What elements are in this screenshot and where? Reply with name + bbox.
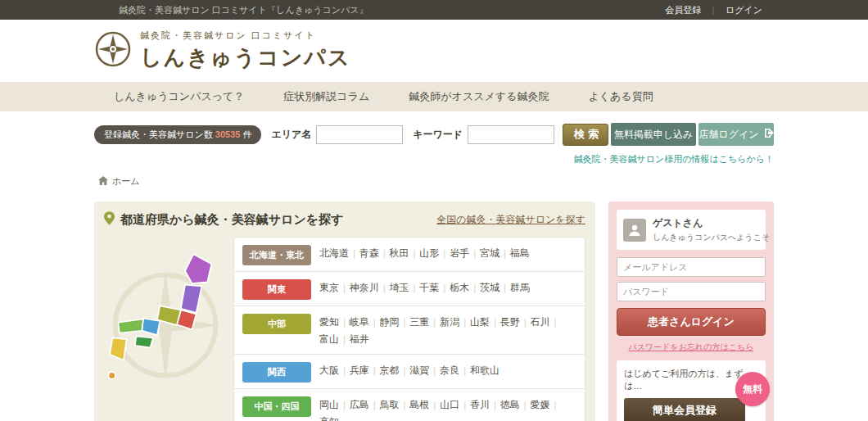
register-link[interactable]: 会員登録	[665, 4, 701, 16]
nav-item[interactable]: しんきゅうコンパスって？	[94, 89, 264, 104]
panel-title: 都道府県から鍼灸・美容鍼サロンを探す	[120, 212, 343, 228]
prefecture-link[interactable]: 奈良	[440, 364, 459, 376]
prefecture-link[interactable]: 山梨	[470, 316, 490, 328]
region-row: 北海道・東北北海道｜青森｜秋田｜山形｜岩手｜宮城｜福島	[234, 238, 585, 272]
prefecture-link[interactable]: 石川	[530, 316, 549, 328]
prefecture-link[interactable]: 愛媛	[530, 399, 549, 410]
separator: ｜	[440, 283, 449, 292]
patient-login-button[interactable]: 患者さんログイン	[617, 308, 766, 336]
separator: ｜	[430, 400, 439, 410]
prefecture-link[interactable]: 千葉	[419, 282, 439, 293]
shop-login-button[interactable]: 店舗ログイン	[698, 123, 774, 146]
prefecture-link[interactable]: 和歌山	[470, 364, 500, 376]
guest-name: ゲストさん	[653, 216, 770, 230]
prefecture-link[interactable]: 高知	[319, 416, 339, 421]
prefecture-link[interactable]: 山形	[419, 247, 439, 259]
register-box: はじめてご利用の方は、まずは… 簡単会員登録 無料	[617, 360, 766, 421]
region-badge[interactable]: 関西	[242, 362, 311, 383]
prefecture-link[interactable]: 長野	[500, 316, 520, 328]
easy-register-button[interactable]: 簡単会員登録	[624, 398, 745, 421]
logo-tagline: 鍼灸院・美容鍼サロン 口コミサイト	[140, 29, 350, 42]
region-badge[interactable]: 中国・四国	[242, 396, 311, 417]
prefecture-link[interactable]: 香川	[470, 399, 490, 410]
region-badge[interactable]: 関東	[242, 279, 311, 300]
prefecture-link[interactable]: 北海道	[319, 247, 349, 259]
prefecture-link[interactable]: 富山	[319, 333, 339, 345]
keyword-input[interactable]	[468, 125, 554, 144]
prefecture-link[interactable]: 秋田	[390, 247, 409, 259]
prefecture-link[interactable]: 東京	[319, 282, 339, 293]
prefecture-link[interactable]: 岐阜	[350, 316, 369, 328]
prefecture-link[interactable]: 福島	[510, 247, 530, 259]
prefecture-link[interactable]: 大阪	[319, 364, 339, 376]
separator: ｜	[500, 283, 509, 292]
login-sidebar: ゲストさん しんきゅうコンパスへようこそ 患者さんログイン パスワードをお忘れの…	[608, 201, 774, 421]
login-link[interactable]: ログイン	[726, 4, 762, 16]
separator: ｜	[380, 283, 389, 292]
prefecture-link[interactable]: 宮城	[480, 247, 500, 259]
separator: ｜	[370, 365, 379, 375]
topbar-divider: ｜	[709, 4, 717, 16]
area-input[interactable]	[316, 125, 403, 144]
site-header: 鍼灸院・美容鍼サロン 口コミサイト しんきゅうコンパス	[94, 20, 774, 82]
registered-count-badge: 登録鍼灸・美容鍼サロン数30535件	[94, 125, 261, 144]
nationwide-link[interactable]: 全国の鍼灸・美容鍼サロンを探す	[436, 213, 585, 227]
email-field[interactable]	[617, 257, 766, 277]
prefecture-link[interactable]: 山口	[440, 399, 459, 410]
prefecture-link[interactable]: 三重	[409, 316, 429, 328]
separator: ｜	[370, 317, 379, 327]
password-field[interactable]	[617, 282, 766, 301]
prefecture-link[interactable]: 埼玉	[390, 282, 409, 293]
map-pin-icon	[104, 211, 115, 229]
area-label: エリア名	[271, 128, 311, 142]
prefecture-link[interactable]: 栃木	[450, 282, 469, 293]
prefecture-link[interactable]: 徳島	[500, 399, 520, 410]
prefecture-link[interactable]: 群馬	[510, 282, 530, 293]
region-badge[interactable]: 中部	[242, 314, 311, 334]
prefecture-link[interactable]: 茨城	[480, 282, 500, 293]
nav-item[interactable]: よくある質問	[568, 89, 672, 104]
prefecture-link[interactable]: 滋賀	[409, 364, 429, 376]
prefecture-link[interactable]: 広島	[350, 399, 369, 410]
prefecture-link[interactable]: 鳥取	[380, 399, 400, 410]
free-badge: 無料	[735, 372, 770, 406]
prefecture-link[interactable]: 福井	[350, 333, 369, 345]
separator: ｜	[550, 317, 559, 327]
separator: ｜	[340, 400, 349, 410]
site-logo[interactable]: 鍼灸院・美容鍼サロン 口コミサイト しんきゅうコンパス	[94, 29, 350, 72]
prefecture-link[interactable]: 静岡	[380, 316, 400, 328]
prefecture-panel: 都道府県から鍼灸・美容鍼サロンを探す 全国の鍼灸・美容鍼サロンを探す	[94, 201, 595, 421]
breadcrumb-home[interactable]: ホーム	[112, 175, 140, 188]
prefecture-link[interactable]: 新潟	[440, 316, 459, 328]
region-row: 中部愛知｜岐阜｜静岡｜三重｜新潟｜山梨｜長野｜石川｜富山｜福井	[234, 306, 585, 355]
shop-info-link[interactable]: 鍼灸院・美容鍼サロン様用の情報はこちらから！	[573, 154, 774, 164]
prefecture-link[interactable]: 神奈川	[350, 282, 379, 293]
separator: ｜	[491, 317, 500, 327]
count-unit: 件	[242, 129, 251, 139]
separator: ｜	[500, 248, 509, 258]
prefecture-link[interactable]: 岡山	[319, 399, 339, 410]
separator: ｜	[340, 283, 349, 292]
separator: ｜	[460, 365, 469, 375]
free-listing-button[interactable]: 無料掲載申し込み	[611, 123, 696, 146]
nav-item[interactable]: 鍼灸師がオススメする鍼灸院	[389, 89, 568, 104]
region-row: 中国・四国岡山｜広島｜鳥取｜島根｜山口｜香川｜徳島｜愛媛｜高知	[234, 389, 585, 421]
prefecture-link[interactable]: 兵庫	[350, 364, 369, 376]
prefecture-link[interactable]: 愛知	[319, 316, 339, 328]
prefecture-link[interactable]: 島根	[409, 399, 429, 410]
prefecture-link[interactable]: 青森	[359, 247, 379, 259]
region-badge[interactable]: 北海道・東北	[242, 245, 311, 265]
japan-map	[104, 237, 233, 421]
separator: ｜	[400, 365, 409, 375]
main-nav-bar: しんきゅうコンパスって？症状別解説コラム鍼灸師がオススメする鍼灸院よくある質問	[0, 82, 868, 111]
side-column: ゲストさん しんきゅうコンパスへようこそ 患者さんログイン パスワードをお忘れの…	[608, 201, 774, 421]
separator: ｜	[350, 248, 359, 258]
nav-item[interactable]: 症状別解説コラム	[264, 89, 389, 104]
prefecture-link[interactable]: 京都	[380, 364, 400, 376]
separator: ｜	[470, 283, 479, 292]
search-button[interactable]: 検索	[563, 124, 608, 146]
prefecture-link[interactable]: 岩手	[450, 247, 469, 259]
separator: ｜	[410, 248, 419, 258]
separator: ｜	[370, 400, 379, 410]
forgot-password-link[interactable]: パスワードをお忘れの方はこちら	[617, 342, 766, 353]
